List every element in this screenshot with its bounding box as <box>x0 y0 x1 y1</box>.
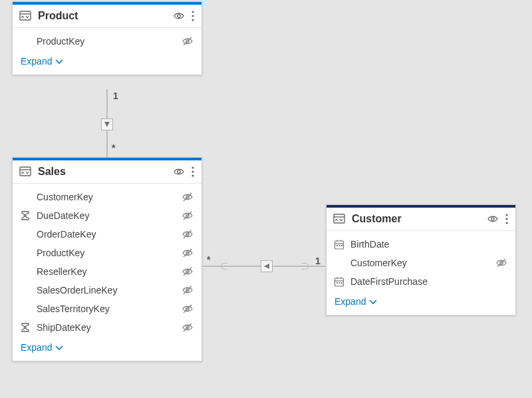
field-list: CustomerKey DueDateKey OrderDateKey Prod… <box>13 184 201 337</box>
field-name: CustomerKey <box>37 192 175 202</box>
cardinality-many: * <box>207 254 210 265</box>
expand-button[interactable]: Expand <box>327 291 515 315</box>
field-name: DateFirstPurchase <box>350 276 489 287</box>
field-list: BirthDate CustomerKey DateFirstPurchase <box>327 231 515 291</box>
sigma-icon <box>19 210 31 221</box>
table-header: Customer <box>327 208 515 231</box>
field-row[interactable]: DateFirstPurchase <box>327 272 515 291</box>
field-row[interactable]: OrderDateKey <box>13 225 201 244</box>
cardinality-many: * <box>112 142 115 153</box>
cardinality-one: 1 <box>315 256 321 266</box>
table-icon <box>19 10 31 22</box>
sigma-icon <box>19 322 31 333</box>
hidden-icon[interactable] <box>180 266 195 277</box>
field-row[interactable]: ResellerKey <box>13 262 201 281</box>
table-icon <box>333 213 345 225</box>
hidden-icon[interactable] <box>180 248 195 258</box>
more-icon[interactable] <box>505 213 509 225</box>
visibility-icon[interactable] <box>174 166 184 177</box>
visibility-icon[interactable] <box>487 214 498 224</box>
hidden-icon[interactable] <box>180 285 195 296</box>
table-title: Sales <box>38 166 66 178</box>
hidden-icon[interactable] <box>494 258 509 268</box>
table-header: Product <box>13 5 201 28</box>
field-name: ProductKey <box>37 36 175 47</box>
hidden-icon[interactable] <box>180 229 195 240</box>
relationship-end-right <box>302 263 309 270</box>
table-card-product[interactable]: Product ProductKey Expand <box>12 1 202 75</box>
field-row[interactable]: CustomerKey <box>327 254 515 272</box>
hidden-icon[interactable] <box>180 210 195 221</box>
table-title: Product <box>38 10 78 22</box>
expand-label: Expand <box>334 296 366 307</box>
hidden-icon[interactable] <box>180 303 195 314</box>
more-icon[interactable] <box>191 166 195 178</box>
table-icon <box>19 166 31 178</box>
chevron-down-icon <box>55 57 64 66</box>
expand-button[interactable]: Expand <box>13 51 201 75</box>
filter-direction-icon <box>101 118 113 130</box>
expand-label: Expand <box>21 342 52 353</box>
more-icon[interactable] <box>191 10 195 22</box>
field-name: BirthDate <box>350 239 489 250</box>
table-title: Customer <box>352 213 402 225</box>
field-list: ProductKey <box>13 28 201 51</box>
table-card-sales[interactable]: Sales CustomerKey DueDateKey OrderDateKe… <box>12 157 202 361</box>
chevron-down-icon <box>55 343 64 352</box>
hidden-icon[interactable] <box>180 36 195 47</box>
cardinality-one: 1 <box>113 91 118 101</box>
field-row[interactable]: BirthDate <box>327 235 515 254</box>
relationship-end-left <box>221 263 227 270</box>
expand-label: Expand <box>21 56 52 67</box>
field-name: OrderDateKey <box>37 229 175 240</box>
table-card-customer[interactable]: Customer BirthDate CustomerKey DateFirst… <box>326 204 516 315</box>
field-row[interactable]: ProductKey <box>13 32 201 51</box>
table-header: Sales <box>13 160 201 184</box>
visibility-icon[interactable] <box>174 11 184 21</box>
calendar-icon <box>333 276 345 287</box>
field-name: DueDateKey <box>37 210 175 221</box>
field-name: CustomerKey <box>350 258 489 268</box>
field-row[interactable]: SalesTerritoryKey <box>13 299 201 318</box>
field-row[interactable]: CustomerKey <box>13 188 201 206</box>
field-name: SalesOrderLineKey <box>37 285 175 296</box>
expand-button[interactable]: Expand <box>13 337 201 361</box>
field-row[interactable]: DueDateKey <box>13 206 201 225</box>
chevron-down-icon <box>368 297 378 306</box>
hidden-icon[interactable] <box>180 322 195 333</box>
field-row[interactable]: ShipDateKey <box>13 318 201 337</box>
filter-direction-icon <box>261 260 273 272</box>
calendar-icon <box>333 239 345 250</box>
field-row[interactable]: ProductKey <box>13 244 201 262</box>
field-name: SalesTerritoryKey <box>37 303 175 314</box>
field-row[interactable]: SalesOrderLineKey <box>13 281 201 299</box>
field-name: ProductKey <box>37 248 175 258</box>
field-name: ResellerKey <box>37 266 175 277</box>
hidden-icon[interactable] <box>180 192 195 202</box>
field-name: ShipDateKey <box>37 322 175 333</box>
